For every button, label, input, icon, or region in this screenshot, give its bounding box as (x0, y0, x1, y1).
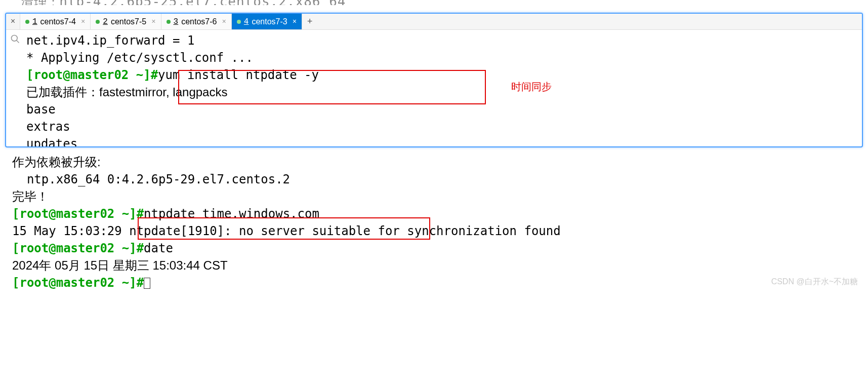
output-line: * Applying /etc/sysctl.conf ... (26, 49, 857, 66)
cursor-icon (144, 278, 150, 289)
output-line: updates (26, 135, 857, 146)
svg-line-1 (17, 41, 19, 43)
output-line: 已加载插件：fastestmirror, langpacks (26, 84, 857, 101)
close-icon[interactable]: × (222, 18, 226, 26)
command-text: ntpdate time.windows.com (144, 207, 319, 221)
output-line: 15 May 15:03:29 ntpdate[1910]: no server… (12, 222, 863, 240)
command-text: date (144, 241, 173, 255)
annotation-label: 时间同步 (511, 80, 552, 94)
tab-centos7-4[interactable]: 1 centos7-4 × (20, 14, 91, 29)
tab-centos7-6[interactable]: 3 centos7-6 × (161, 14, 232, 29)
status-dot-icon (25, 20, 29, 24)
tab-accelerator: 2 (103, 17, 108, 26)
terminal-panel: × 1 centos7-4 × 2 centos7-5 × 3 centos7-… (5, 13, 863, 147)
terminal-output[interactable]: net.ipv4.ip_forward = 1 * Applying /etc/… (6, 30, 862, 146)
status-dot-icon (167, 20, 171, 24)
close-icon[interactable]: × (151, 18, 155, 26)
continued-terminal-output: 作为依赖被升级: ntp.x86_64 0:4.2.6p5-29.el7.cen… (0, 152, 868, 291)
output-line: 完毕！ (12, 188, 863, 205)
tab-accelerator: 3 (174, 17, 179, 26)
command-line: [root@master02 ~]#date (12, 240, 863, 257)
status-dot-icon (96, 20, 100, 24)
add-tab-button[interactable]: + (302, 14, 317, 29)
tab-bar: × 1 centos7-4 × 2 centos7-5 × 3 centos7-… (6, 14, 862, 30)
tab-label: centos7-6 (181, 17, 217, 26)
tab-label: centos7-4 (40, 17, 76, 26)
cropped-header-line: 清理 : ntp-4.2.6p5-25.el7.centos.2.x86_64 (0, 0, 868, 5)
tab-label: centos7-3 (252, 17, 287, 26)
command-line: [root@master02 ~]#yum install ntpdate -y (26, 66, 857, 84)
tab-accelerator: 4 (244, 17, 249, 26)
tab-accelerator: 1 (32, 17, 37, 26)
tab-centos7-3[interactable]: 4 centos7-3 × (232, 14, 302, 29)
output-line: extras (26, 118, 857, 135)
status-dot-icon (237, 20, 241, 24)
command-text: yum install ntpdate -y (158, 68, 319, 82)
command-line: [root@master02 ~]#ntpdate time.windows.c… (12, 205, 863, 222)
output-line: 作为依赖被升级: (12, 154, 863, 171)
tab-centos7-5[interactable]: 2 centos7-5 × (91, 14, 161, 29)
output-line: base (26, 101, 857, 118)
shell-prompt: [root@master02 ~]# (26, 68, 158, 82)
watermark: CSDN @白开水~不加糖 (771, 277, 858, 287)
output-line: net.ipv4.ip_forward = 1 (26, 32, 857, 49)
shell-prompt: [root@master02 ~]# (12, 276, 144, 290)
output-line: ntp.x86_64 0:4.2.6p5-29.el7.centos.2 (12, 171, 863, 188)
close-icon[interactable]: × (81, 18, 85, 26)
tab-label: centos7-5 (111, 17, 146, 26)
svg-point-0 (12, 35, 18, 42)
close-icon[interactable]: × (293, 18, 297, 26)
search-icon[interactable] (10, 34, 20, 44)
shell-prompt: [root@master02 ~]# (12, 207, 144, 221)
prompt-line: [root@master02 ~]# (12, 274, 863, 291)
output-line: 2024年 05月 15日 星期三 15:03:44 CST (12, 257, 863, 274)
shell-prompt: [root@master02 ~]# (12, 241, 144, 255)
close-all-tabs[interactable]: × (6, 14, 20, 29)
